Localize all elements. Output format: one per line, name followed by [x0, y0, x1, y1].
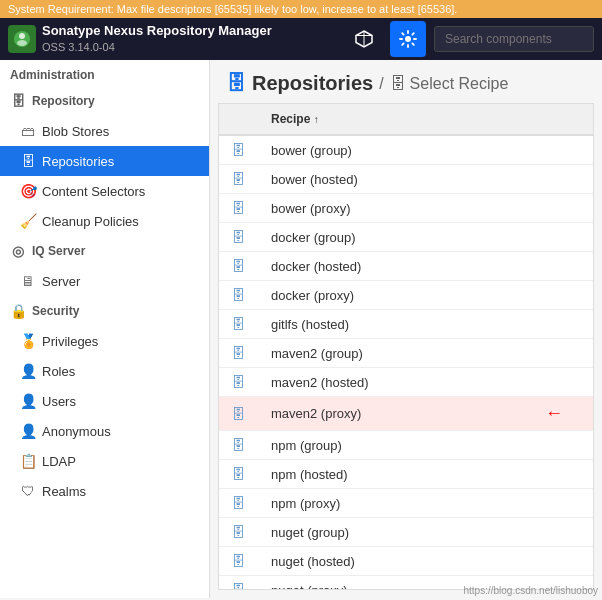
row-recipe-name: nuget (hosted) [259, 547, 533, 576]
row-db-icon: 🗄 [219, 576, 259, 591]
row-db-icon: 🗄 [219, 310, 259, 339]
row-recipe-name: maven2 (group) [259, 339, 533, 368]
recipe-column-header: Recipe ↑ [259, 104, 533, 135]
arrow-indicator: ← [545, 403, 563, 423]
sidebar-group-security[interactable]: 🔒 Security [0, 296, 209, 326]
row-arrow [533, 194, 593, 223]
table-row[interactable]: 🗄bower (proxy) [219, 194, 593, 223]
sidebar-item-privileges-label: Privileges [42, 334, 98, 349]
table-row[interactable]: 🗄gitlfs (hosted) [219, 310, 593, 339]
row-arrow [533, 368, 593, 397]
sidebar-item-roles[interactable]: 👤 Roles [0, 356, 209, 386]
server-icon: 🖥 [20, 273, 36, 289]
app-title-block: Sonatype Nexus Repository Manager OSS 3.… [42, 23, 272, 54]
svg-point-5 [405, 36, 411, 42]
warning-banner: System Requirement: Max file descriptors… [0, 0, 602, 18]
row-arrow [533, 489, 593, 518]
sidebar-item-privileges[interactable]: 🏅 Privileges [0, 326, 209, 356]
row-arrow [533, 576, 593, 591]
app-name: Sonatype Nexus Repository Manager [42, 23, 272, 40]
svg-point-2 [17, 40, 27, 46]
row-db-icon: 🗄 [219, 460, 259, 489]
users-icon: 👤 [20, 393, 36, 409]
row-recipe-name: bower (hosted) [259, 165, 533, 194]
table-row[interactable]: 🗄docker (proxy) [219, 281, 593, 310]
sidebar-item-roles-label: Roles [42, 364, 75, 379]
breadcrumb: 🗄 Repositories / 🗄 Select Recipe [210, 60, 602, 103]
sidebar-item-blob-stores[interactable]: 🗃 Blob Stores [0, 116, 209, 146]
row-db-icon: 🗄 [219, 252, 259, 281]
row-db-icon: 🗄 [219, 165, 259, 194]
roles-icon: 👤 [20, 363, 36, 379]
header: Sonatype Nexus Repository Manager OSS 3.… [0, 18, 602, 60]
app-version: OSS 3.14.0-04 [42, 40, 272, 54]
security-group-icon: 🔒 [10, 303, 26, 319]
table-row[interactable]: 🗄bower (hosted) [219, 165, 593, 194]
row-recipe-name: maven2 (hosted) [259, 368, 533, 397]
sidebar-item-users-label: Users [42, 394, 76, 409]
table-row[interactable]: 🗄nuget (hosted) [219, 547, 593, 576]
sidebar-section-administration: Administration [0, 60, 209, 86]
sidebar-item-anonymous-label: Anonymous [42, 424, 111, 439]
table-row[interactable]: 🗄maven2 (group) [219, 339, 593, 368]
row-recipe-name: bower (proxy) [259, 194, 533, 223]
iq-server-group-icon: ◎ [10, 243, 26, 259]
sidebar-item-cleanup-policies-label: Cleanup Policies [42, 214, 139, 229]
sidebar-group-iq-server[interactable]: ◎ IQ Server [0, 236, 209, 266]
sidebar-item-cleanup-policies[interactable]: 🧹 Cleanup Policies [0, 206, 209, 236]
breadcrumb-sub: 🗄 Select Recipe [390, 75, 509, 93]
repositories-icon: 🗄 [20, 153, 36, 169]
row-recipe-name: nuget (group) [259, 518, 533, 547]
table-row[interactable]: 🗄nuget (group) [219, 518, 593, 547]
page-title-icon: 🗄 [226, 72, 246, 95]
sidebar-item-repositories[interactable]: 🗄 Repositories [0, 146, 209, 176]
table-row[interactable]: 🗄maven2 (proxy)← [219, 397, 593, 431]
row-arrow [533, 518, 593, 547]
sidebar-item-anonymous[interactable]: 👤 Anonymous [0, 416, 209, 446]
table-row[interactable]: 🗄npm (hosted) [219, 460, 593, 489]
table-row[interactable]: 🗄nuget (proxy) [219, 576, 593, 591]
table-row[interactable]: 🗄docker (hosted) [219, 252, 593, 281]
sidebar-item-server-label: Server [42, 274, 80, 289]
table-row[interactable]: 🗄bower (group) [219, 135, 593, 165]
row-arrow [533, 281, 593, 310]
sidebar-item-ldap-label: LDAP [42, 454, 76, 469]
breadcrumb-sub-icon: 🗄 [390, 75, 406, 93]
blob-stores-icon: 🗃 [20, 123, 36, 139]
settings-nav-button[interactable] [390, 21, 426, 57]
sidebar-item-blob-stores-label: Blob Stores [42, 124, 109, 139]
table-row[interactable]: 🗄maven2 (hosted) [219, 368, 593, 397]
sidebar: Administration 🗄 Repository 🗃 Blob Store… [0, 60, 210, 598]
recipe-table-container: Recipe ↑ 🗄bower (group)🗄bower (hosted)🗄b… [218, 103, 594, 590]
row-recipe-name: npm (hosted) [259, 460, 533, 489]
row-arrow [533, 431, 593, 460]
row-db-icon: 🗄 [219, 518, 259, 547]
sidebar-item-content-selectors-label: Content Selectors [42, 184, 145, 199]
content-selectors-icon: 🎯 [20, 183, 36, 199]
row-recipe-name: npm (proxy) [259, 489, 533, 518]
row-db-icon: 🗄 [219, 431, 259, 460]
recipe-table: Recipe ↑ 🗄bower (group)🗄bower (hosted)🗄b… [219, 104, 593, 590]
sidebar-item-users[interactable]: 👤 Users [0, 386, 209, 416]
sidebar-item-server[interactable]: 🖥 Server [0, 266, 209, 296]
privileges-icon: 🏅 [20, 333, 36, 349]
cube-nav-button[interactable] [346, 21, 382, 57]
search-input[interactable] [434, 26, 594, 52]
sidebar-item-realms[interactable]: 🛡 Realms [0, 476, 209, 506]
sidebar-item-content-selectors[interactable]: 🎯 Content Selectors [0, 176, 209, 206]
row-arrow [533, 310, 593, 339]
row-db-icon: 🗄 [219, 339, 259, 368]
sidebar-group-repository-label: Repository [32, 94, 95, 108]
table-row[interactable]: 🗄docker (group) [219, 223, 593, 252]
table-row[interactable]: 🗄npm (group) [219, 431, 593, 460]
table-row[interactable]: 🗄npm (proxy) [219, 489, 593, 518]
sidebar-group-repository[interactable]: 🗄 Repository [0, 86, 209, 116]
page-title: 🗄 Repositories [226, 72, 373, 95]
sidebar-item-ldap[interactable]: 📋 LDAP [0, 446, 209, 476]
app-logo[interactable]: Sonatype Nexus Repository Manager OSS 3.… [8, 23, 272, 54]
icon-column-header [219, 104, 259, 135]
row-db-icon: 🗄 [219, 489, 259, 518]
row-arrow [533, 165, 593, 194]
row-arrow [533, 252, 593, 281]
row-recipe-name: maven2 (proxy) [259, 397, 533, 431]
